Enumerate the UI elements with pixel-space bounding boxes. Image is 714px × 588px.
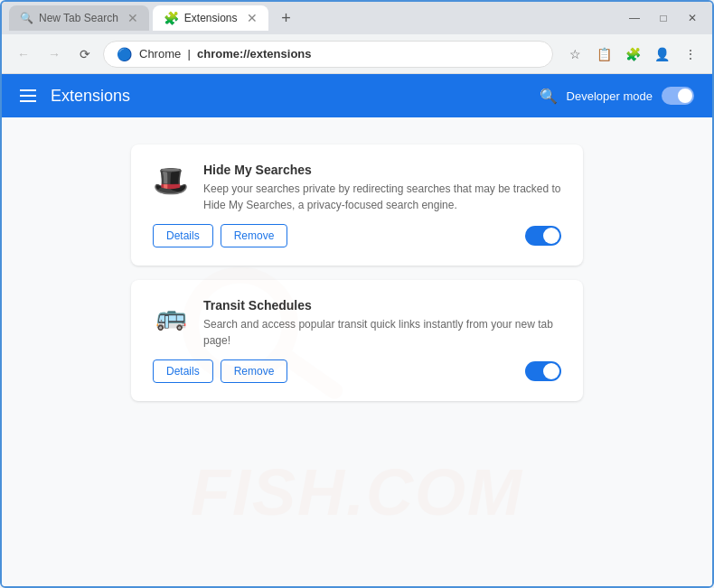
new-tab-button[interactable]: + bbox=[276, 7, 297, 29]
chrome-icon: 🔵 bbox=[117, 47, 132, 61]
extensions-title: Extensions bbox=[51, 87, 130, 106]
card-header-1: 🎩 Hide My Searches Keep your searches pr… bbox=[153, 163, 561, 213]
forward-button[interactable]: → bbox=[42, 42, 67, 67]
bookmark-icon[interactable]: ☆ bbox=[562, 42, 587, 67]
tab-close-1[interactable]: ✕ bbox=[127, 12, 138, 24]
search-tab-icon: 🔍 bbox=[20, 12, 33, 24]
address-input[interactable]: 🔵 Chrome | chrome://extensions bbox=[103, 41, 553, 68]
card-footer-1: Details Remove bbox=[153, 224, 561, 247]
minimize-button[interactable]: — bbox=[622, 9, 647, 27]
details-button-2[interactable]: Details bbox=[153, 359, 213, 383]
tab-label-2: Extensions bbox=[184, 12, 238, 24]
extension-desc-2: Search and access popular transit quick … bbox=[203, 316, 561, 349]
window-controls: — □ ✕ bbox=[622, 9, 705, 27]
toggle-knob-2 bbox=[543, 363, 559, 379]
hamburger-menu[interactable] bbox=[20, 89, 36, 102]
extension-card-1: 🎩 Hide My Searches Keep your searches pr… bbox=[131, 145, 583, 266]
puzzle-tab-icon: 🧩 bbox=[164, 11, 179, 25]
extensions-header: Extensions 🔍 Developer mode bbox=[2, 74, 712, 117]
maximize-button[interactable]: □ bbox=[651, 9, 676, 27]
extension-toggle-1[interactable] bbox=[525, 226, 561, 246]
extension-card-2: 🚌 Transit Schedules Search and access po… bbox=[131, 280, 583, 401]
save-to-pocket-icon[interactable]: 📋 bbox=[591, 42, 616, 67]
address-bar: ← → ⟳ 🔵 Chrome | chrome://extensions ☆ 📋… bbox=[2, 34, 712, 74]
menu-icon[interactable]: ⋮ bbox=[678, 42, 703, 67]
tab-label-1: New Tab Search bbox=[39, 12, 118, 24]
toggle-knob bbox=[678, 89, 692, 103]
toolbar-icons: ☆ 📋 🧩 👤 ⋮ bbox=[562, 42, 703, 67]
extension-name-2: Transit Schedules bbox=[203, 298, 561, 313]
card-info-2: Transit Schedules Search and access popu… bbox=[203, 298, 561, 349]
header-right: 🔍 Developer mode bbox=[540, 87, 694, 105]
extensions-content: FISH.COM 🎩 Hide My Searches Keep your se… bbox=[2, 117, 712, 586]
reload-button[interactable]: ⟳ bbox=[72, 42, 98, 67]
details-button-1[interactable]: Details bbox=[153, 224, 213, 247]
remove-button-2[interactable]: Remove bbox=[221, 359, 288, 383]
hamburger-line-1 bbox=[20, 89, 36, 91]
card-info-1: Hide My Searches Keep your searches priv… bbox=[203, 163, 561, 213]
address-text: Chrome | chrome://extensions bbox=[139, 47, 312, 61]
watermark-text: FISH.COM bbox=[191, 455, 523, 529]
developer-mode-label: Developer mode bbox=[567, 89, 653, 103]
extensions-icon[interactable]: 🧩 bbox=[620, 42, 645, 67]
extension-desc-1: Keep your searches private by redirectin… bbox=[203, 181, 561, 213]
tab-close-2[interactable]: ✕ bbox=[247, 12, 258, 24]
remove-button-1[interactable]: Remove bbox=[221, 224, 288, 247]
header-search-icon[interactable]: 🔍 bbox=[540, 88, 558, 105]
title-bar: 🔍 New Tab Search ✕ 🧩 Extensions ✕ + — □ … bbox=[2, 2, 712, 34]
close-button[interactable]: ✕ bbox=[680, 9, 705, 27]
card-header-2: 🚌 Transit Schedules Search and access po… bbox=[153, 298, 561, 349]
extension-icon-2: 🚌 bbox=[153, 298, 189, 334]
card-footer-2: Details Remove bbox=[153, 359, 561, 383]
hamburger-line-2 bbox=[20, 95, 36, 97]
profile-icon[interactable]: 👤 bbox=[649, 42, 674, 67]
tab-new-tab-search[interactable]: 🔍 New Tab Search ✕ bbox=[9, 5, 149, 31]
tab-extensions[interactable]: 🧩 Extensions ✕ bbox=[153, 5, 268, 31]
toggle-knob-1 bbox=[543, 228, 559, 244]
browser-window: 🔍 New Tab Search ✕ 🧩 Extensions ✕ + — □ … bbox=[0, 0, 714, 588]
extension-name-1: Hide My Searches bbox=[203, 163, 561, 177]
developer-mode-toggle[interactable] bbox=[662, 87, 694, 105]
back-button[interactable]: ← bbox=[11, 42, 36, 67]
extension-toggle-2[interactable] bbox=[525, 361, 561, 381]
extension-icon-1: 🎩 bbox=[153, 163, 189, 199]
hamburger-line-3 bbox=[20, 100, 36, 102]
